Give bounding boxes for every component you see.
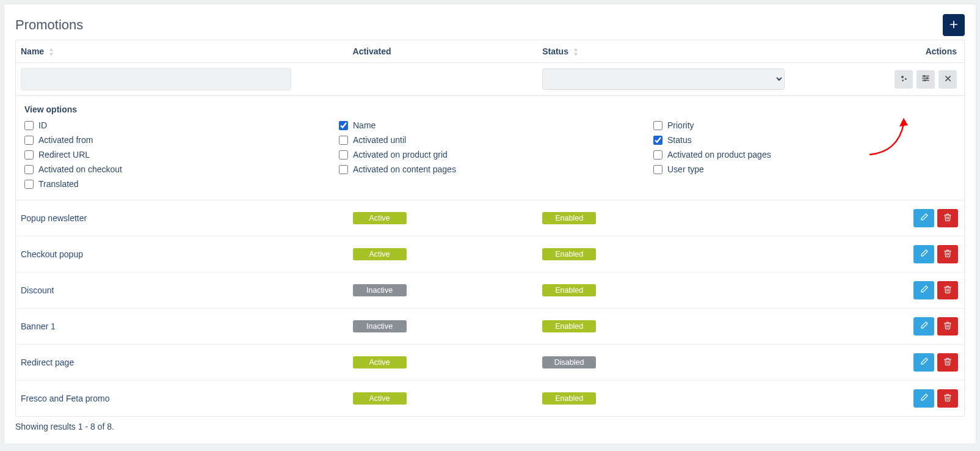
view-option-checkbox[interactable] — [24, 150, 34, 160]
svg-point-13 — [926, 78, 927, 79]
row-name[interactable]: Checkout popup — [16, 237, 348, 273]
add-button[interactable] — [943, 14, 965, 36]
table-row: Popup newsletterActiveEnabled — [16, 200, 964, 237]
view-option[interactable]: Activated until — [339, 135, 641, 145]
view-option[interactable]: Activated on content pages — [339, 164, 641, 174]
row-name[interactable]: Banner 1 — [16, 309, 348, 345]
row-actions-cell — [851, 200, 964, 237]
edit-icon — [920, 285, 929, 296]
activated-badge: Active — [353, 212, 407, 224]
row-actions — [855, 209, 959, 227]
status-badge: Disabled — [542, 356, 596, 369]
view-option[interactable]: Activated from — [24, 135, 327, 145]
view-option[interactable]: Activated on product pages — [653, 150, 956, 160]
trash-icon — [943, 357, 952, 368]
activated-badge: Inactive — [353, 284, 407, 296]
svg-point-8 — [902, 79, 904, 81]
activated-badge: Active — [353, 356, 407, 369]
th-actions-label: Actions — [926, 46, 957, 56]
delete-button[interactable] — [937, 353, 958, 372]
delete-button[interactable] — [937, 281, 958, 299]
filter-status-select[interactable] — [542, 68, 785, 90]
row-name[interactable]: Fresco and Feta promo — [16, 381, 348, 417]
edit-button[interactable] — [913, 317, 934, 336]
edit-button[interactable] — [913, 209, 934, 227]
filter-settings-button[interactable] — [895, 70, 913, 89]
status-badge: Enabled — [542, 320, 596, 332]
view-option-checkbox[interactable] — [24, 180, 34, 189]
activated-badge: Inactive — [353, 320, 407, 332]
row-actions-cell — [851, 381, 964, 417]
view-option-label: User type — [667, 164, 704, 174]
edit-icon — [920, 249, 929, 260]
plus-icon — [949, 20, 959, 31]
row-activated: Active — [348, 345, 538, 381]
view-option-checkbox[interactable] — [24, 165, 34, 174]
status-badge: Enabled — [542, 212, 596, 224]
svg-marker-3 — [49, 53, 53, 56]
view-option[interactable]: Activated on product grid — [339, 150, 641, 160]
view-option-label: Activated on product grid — [353, 150, 448, 160]
view-option-checkbox[interactable] — [653, 121, 662, 130]
th-status[interactable]: Status — [537, 40, 850, 63]
th-status-label: Status — [542, 46, 568, 56]
edit-icon — [920, 357, 929, 368]
row-actions-cell — [851, 309, 964, 345]
status-badge: Enabled — [542, 248, 596, 260]
filter-columns-button[interactable] — [916, 70, 935, 89]
edit-button[interactable] — [913, 353, 934, 372]
svg-point-7 — [904, 78, 906, 79]
view-option-checkbox[interactable] — [653, 150, 662, 160]
table-row: Redirect pageActiveDisabled — [16, 345, 964, 381]
trash-icon — [943, 213, 952, 224]
row-activated: Active — [348, 200, 538, 237]
view-option[interactable]: Activated on checkout — [24, 164, 327, 174]
row-actions — [855, 245, 959, 263]
delete-button[interactable] — [937, 317, 958, 336]
view-option-checkbox[interactable] — [653, 165, 662, 174]
view-option-checkbox[interactable] — [339, 165, 348, 174]
row-status: Enabled — [537, 200, 850, 237]
filter-actions — [855, 70, 959, 89]
row-actions — [855, 317, 959, 336]
edit-icon — [920, 393, 929, 404]
view-option[interactable]: Name — [339, 120, 641, 130]
row-name[interactable]: Popup newsletter — [16, 200, 348, 237]
trash-icon — [943, 249, 952, 260]
edit-button[interactable] — [913, 281, 934, 299]
filter-name-input[interactable] — [21, 68, 291, 90]
view-options-title: View options — [24, 105, 956, 114]
delete-button[interactable] — [937, 245, 958, 263]
view-option[interactable]: Status — [653, 135, 956, 145]
edit-icon — [920, 321, 929, 332]
view-option-checkbox[interactable] — [339, 121, 348, 130]
row-name[interactable]: Discount — [16, 273, 348, 309]
table-wrap: Name Activated Status — [15, 40, 965, 417]
view-option[interactable]: Priority — [653, 120, 956, 130]
view-option-checkbox[interactable] — [339, 150, 348, 160]
svg-marker-5 — [574, 53, 578, 56]
view-option-checkbox[interactable] — [653, 136, 662, 145]
view-option[interactable]: ID — [24, 120, 327, 130]
filter-clear-button[interactable] — [938, 70, 957, 89]
view-options-row: View options IDNamePriorityActivated fro… — [16, 96, 964, 200]
view-option[interactable]: Redirect URL — [24, 150, 327, 160]
delete-button[interactable] — [937, 209, 958, 227]
row-status: Enabled — [537, 237, 850, 273]
delete-button[interactable] — [937, 389, 958, 408]
view-option[interactable]: User type — [653, 164, 956, 174]
th-activated-label: Activated — [353, 46, 391, 56]
view-option-checkbox[interactable] — [24, 121, 34, 130]
trash-icon — [943, 393, 952, 404]
th-name-label: Name — [21, 46, 44, 56]
edit-button[interactable] — [913, 245, 934, 263]
th-name[interactable]: Name — [16, 40, 348, 63]
view-option-checkbox[interactable] — [339, 136, 348, 145]
view-option-checkbox[interactable] — [24, 136, 34, 145]
row-name[interactable]: Redirect page — [16, 345, 348, 381]
row-activated: Inactive — [348, 273, 538, 309]
edit-button[interactable] — [913, 389, 934, 408]
row-status: Enabled — [537, 273, 850, 309]
row-status: Enabled — [537, 309, 850, 345]
view-option[interactable]: Translated — [24, 179, 327, 189]
